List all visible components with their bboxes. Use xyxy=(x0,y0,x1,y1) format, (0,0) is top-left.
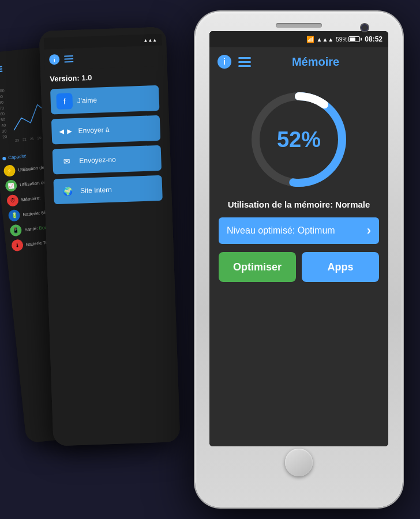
battery-indicator: 59% xyxy=(336,36,360,43)
site-label: Site Intern xyxy=(80,186,112,195)
svg-text:100: 100 xyxy=(0,88,5,93)
utilisation2-icon: 📈 xyxy=(5,179,17,192)
svg-text:60: 60 xyxy=(0,111,5,116)
memory-status-text: Utilisation de la mémoire: Normale xyxy=(228,200,370,209)
email-icon: ✉ xyxy=(58,153,75,170)
app-header: i Mémoire xyxy=(209,47,388,76)
svg-text:30: 30 xyxy=(2,129,7,133)
svg-text:20: 20 xyxy=(2,134,7,139)
utilisation-label: Utilisation de xyxy=(18,164,45,172)
phone-main: 📶 ▲▲▲ 59% 08:52 i xyxy=(195,12,403,507)
sante-label: Santé: Bon xyxy=(24,224,47,232)
phone-bottom xyxy=(285,446,313,479)
home-button[interactable] xyxy=(285,449,313,476)
utilisation2-label: Utilisation de xyxy=(20,179,47,187)
svg-text:80: 80 xyxy=(0,100,3,105)
phone-screen: 📶 ▲▲▲ 59% 08:52 i xyxy=(209,31,388,446)
battery-fill xyxy=(350,37,355,41)
info-button[interactable]: i xyxy=(217,55,231,69)
wifi-icon: 📶 xyxy=(306,36,314,43)
optimized-level-bar[interactable]: Niveau optimisé: Optimum › xyxy=(219,217,379,244)
capacity-dot xyxy=(2,156,6,160)
share-icon: ◄► xyxy=(57,123,74,140)
status-bar: 📶 ▲▲▲ 59% 08:52 xyxy=(209,31,388,47)
app-content: 52% Utilisation de la mémoire: Normale N… xyxy=(209,76,388,446)
bg2-hamburger-icon xyxy=(0,66,3,72)
svg-text:50: 50 xyxy=(1,117,6,122)
optimized-level-text: Niveau optimisé: Optimum xyxy=(227,225,367,236)
jaime-label: J'aime xyxy=(77,96,97,105)
svg-text:20: 20 xyxy=(38,136,42,140)
battery-percent: 59% xyxy=(336,36,347,43)
svg-text:23: 23 xyxy=(15,138,20,142)
battery-icon xyxy=(348,36,360,42)
svg-text:70: 70 xyxy=(0,106,4,111)
svg-text:40: 40 xyxy=(1,123,6,127)
gauge-value: 52% xyxy=(277,127,321,152)
utilisation-icon: ⚡ xyxy=(3,164,16,177)
action-buttons: Optimiser Apps xyxy=(219,252,379,282)
apps-button[interactable]: Apps xyxy=(302,252,379,282)
sante-icon: 📱 xyxy=(9,224,22,237)
svg-text:90: 90 xyxy=(0,95,3,99)
svg-text:22: 22 xyxy=(22,138,27,142)
phone-screen-wrapper: 📶 ▲▲▲ 59% 08:52 i xyxy=(209,31,388,446)
mid-menu-envoyez[interactable]: ✉ Envoyez-no xyxy=(52,145,162,175)
mid-menu-jaime[interactable]: f J'aime xyxy=(50,85,159,115)
capacity-label: Capacité xyxy=(8,153,27,160)
batterie-icon: 🔋 xyxy=(8,209,21,222)
phone-speaker xyxy=(276,23,322,28)
facebook-icon: f xyxy=(56,93,73,110)
phone-middle: ▲▲▲ i Version: 1.0 f J'aime ◄► Envoyer à… xyxy=(39,27,181,446)
memory-gauge: 52% xyxy=(247,88,351,191)
optimiser-button[interactable]: Optimiser xyxy=(219,252,296,282)
mid-hamburger-icon xyxy=(64,55,73,63)
status-time: 08:52 xyxy=(365,35,382,43)
memoire-icon: ⏱ xyxy=(6,194,19,207)
svg-text:21: 21 xyxy=(30,137,35,141)
phone-shell: 📶 ▲▲▲ 59% 08:52 i xyxy=(195,12,403,507)
mid-version-text: Version: 1.0 xyxy=(50,71,158,84)
phone-camera xyxy=(361,24,368,31)
envoyer-label: Envoyer à xyxy=(78,126,109,135)
mid-content: Version: 1.0 f J'aime ◄► Envoyer à ✉ Env… xyxy=(45,66,168,214)
web-icon: 🌍 xyxy=(59,183,76,200)
optimized-arrow-icon: › xyxy=(367,223,371,238)
signal-icon: ▲▲▲ xyxy=(317,36,334,43)
envoyez-label: Envoyez-no xyxy=(79,156,116,165)
mid-info-btn: i xyxy=(49,54,60,65)
mid-menu-envoyer[interactable]: ◄► Envoyer à xyxy=(51,115,160,145)
batterie-temp-icon: 🌡 xyxy=(11,239,24,251)
mid-menu-site[interactable]: 🌍 Site Intern xyxy=(53,175,162,205)
hamburger-button[interactable] xyxy=(238,57,251,67)
app-title: Mémoire xyxy=(251,55,380,69)
memoire-label: Mémoire: xyxy=(21,195,40,202)
